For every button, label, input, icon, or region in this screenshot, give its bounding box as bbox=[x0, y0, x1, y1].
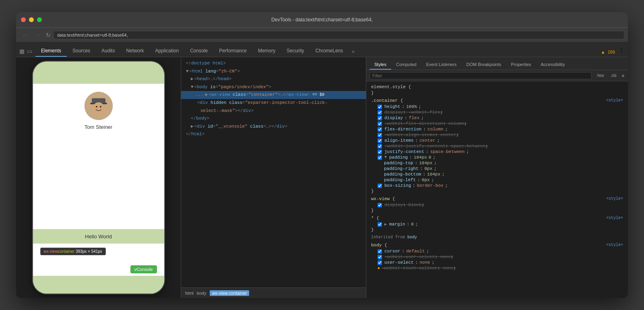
phone-hello-area: Hello World bbox=[33, 229, 164, 244]
html-line: </body> bbox=[181, 115, 366, 123]
css-selector-star: <style> * { bbox=[366, 215, 628, 221]
phone-top-bar bbox=[33, 62, 164, 84]
browser-bar: ← → ↻ bbox=[16, 27, 628, 42]
tab-performance[interactable]: Performance bbox=[213, 45, 252, 57]
maximize-button[interactable] bbox=[37, 17, 42, 22]
close-button[interactable] bbox=[21, 17, 26, 22]
styles-filter-bar: :hov .cls + bbox=[366, 70, 628, 81]
css-rule-wxview: <style> wx-view { display: block; } bbox=[366, 195, 628, 214]
tab-chromelens[interactable]: ChromeLens bbox=[310, 45, 349, 57]
phone-frame: Tom Steiner Hello World wx-viewcontainer… bbox=[32, 61, 165, 294]
html-line: </html> bbox=[181, 130, 366, 138]
tab-memory[interactable]: Memory bbox=[252, 45, 281, 57]
css-checkbox-justify-content[interactable] bbox=[378, 150, 382, 154]
html-line-selected[interactable]: ...▶<wx-view class="container">…</wx-vie… bbox=[181, 91, 366, 99]
size-tooltip-tag: wx-view bbox=[44, 249, 58, 254]
warning-icon: ▲ bbox=[601, 50, 605, 54]
css-prop-webkit-align: -webkit-align-items: center; bbox=[366, 132, 628, 138]
css-selector-wxview: <style> wx-view { bbox=[366, 196, 628, 202]
warning-icon-touch-callout: ▲ bbox=[378, 266, 380, 270]
add-rule-button[interactable]: + bbox=[621, 72, 625, 79]
refresh-button[interactable]: ↻ bbox=[46, 32, 51, 38]
devtools-window: DevTools - data:text/html;charset=utf-8;… bbox=[16, 12, 628, 298]
css-checkbox-box-sizing[interactable] bbox=[378, 184, 382, 188]
html-line[interactable]: ▶<head>…</head> bbox=[181, 75, 366, 83]
back-button[interactable]: ← bbox=[20, 31, 30, 39]
styles-filter-input[interactable] bbox=[369, 72, 592, 79]
vconsole-button[interactable]: vConsole bbox=[130, 265, 157, 273]
css-checkbox-align-items[interactable] bbox=[378, 138, 382, 143]
css-selector-body: <style> body { bbox=[366, 242, 628, 248]
padding-expand-arrow[interactable]: ▼ bbox=[384, 155, 387, 159]
hov-button[interactable]: :hov bbox=[595, 73, 606, 78]
css-checkbox-webkit-align[interactable] bbox=[378, 133, 382, 137]
css-checkbox-webkit-user-select[interactable] bbox=[378, 255, 382, 259]
css-checkbox-user-select[interactable] bbox=[378, 260, 382, 265]
tab-computed[interactable]: Computed bbox=[391, 60, 421, 70]
html-line[interactable]: ▼<html lang="zh-CN"> bbox=[181, 68, 366, 76]
css-prop-box-sizing: box-sizing: border-box; bbox=[366, 183, 628, 188]
tab-console[interactable]: Console bbox=[184, 45, 213, 57]
avatar bbox=[85, 92, 113, 120]
svg-point-4 bbox=[96, 106, 97, 107]
warning-badge: ▲ 166 bbox=[601, 50, 615, 57]
css-prop-display-webkit: display: -webkit-flex; bbox=[366, 110, 628, 115]
inherited-from-element[interactable]: body bbox=[407, 235, 417, 240]
html-line[interactable]: <div hidden class="exparser-inspector-to… bbox=[181, 99, 366, 107]
tab-properties[interactable]: Properties bbox=[506, 60, 536, 70]
more-tabs-button[interactable]: » bbox=[349, 46, 358, 57]
tab-audits[interactable]: Audits bbox=[96, 45, 120, 57]
html-line[interactable]: ▼<body is="pages/index/index"> bbox=[181, 83, 366, 91]
css-checkbox-webkit-justify[interactable] bbox=[378, 144, 382, 149]
tab-sources[interactable]: Sources bbox=[67, 45, 96, 57]
css-prop-padding-bottom: padding-bottom: 104px; bbox=[366, 172, 628, 177]
css-checkbox-cursor[interactable] bbox=[378, 249, 382, 254]
tab-dom-breakpoints[interactable]: DOM Breakpoints bbox=[462, 60, 506, 70]
css-rule-element-style: element.style { } bbox=[366, 83, 628, 97]
main-content: Tom Steiner Hello World wx-viewcontainer… bbox=[16, 57, 628, 298]
css-rule-body: <style> body { cursor: default; -webkit-… bbox=[366, 241, 628, 272]
elements-content: <!doctype html> ▼<html lang="zh-CN"> ▶<h… bbox=[181, 57, 366, 287]
breadcrumb-body[interactable]: body bbox=[197, 291, 206, 296]
css-prop-flex-dir: flex-direction: column; bbox=[366, 126, 628, 132]
styles-panel: Styles Computed Event Listeners DOM Brea… bbox=[366, 57, 628, 298]
css-checkbox-display-webkit[interactable] bbox=[378, 110, 382, 115]
css-selector: element.style { bbox=[366, 84, 628, 90]
tab-security[interactable]: Security bbox=[281, 45, 310, 57]
settings-icon[interactable]: ⋮ bbox=[618, 47, 625, 57]
tab-elements[interactable]: Elements bbox=[35, 45, 67, 57]
svg-point-5 bbox=[100, 106, 101, 107]
phone-screen: Tom Steiner Hello World wx-viewcontainer… bbox=[33, 62, 164, 293]
tab-network[interactable]: Network bbox=[120, 45, 149, 57]
cls-button[interactable]: .cls bbox=[609, 73, 618, 78]
css-checkbox-height[interactable] bbox=[378, 105, 382, 109]
tab-styles[interactable]: Styles bbox=[369, 60, 391, 70]
phone-bottom-bar: vConsole bbox=[33, 276, 164, 293]
css-checkbox-margin[interactable] bbox=[378, 222, 382, 227]
css-prop-align-items: align-items: center; bbox=[366, 138, 628, 143]
css-prop-wxview-display: display: block; bbox=[366, 202, 628, 208]
url-input[interactable] bbox=[54, 31, 624, 39]
css-checkbox-display[interactable] bbox=[378, 116, 382, 120]
tab-accessibility[interactable]: Accessibility bbox=[536, 60, 570, 70]
devtools-inspector-icon[interactable]: ▦ bbox=[19, 48, 27, 57]
css-rule-star: <style> * { ▶margin: 0; } bbox=[366, 214, 628, 234]
tab-event-listeners[interactable]: Event Listeners bbox=[421, 60, 462, 70]
styles-content: element.style { } <style> .container { h… bbox=[366, 81, 628, 298]
css-prop-padding-left: padding-left: 0px; bbox=[366, 177, 628, 183]
devtools-mobile-icon[interactable]: ▭ bbox=[27, 48, 35, 57]
breadcrumb-container[interactable]: wx-view.container bbox=[210, 290, 250, 296]
css-checkbox-flex-dir[interactable] bbox=[378, 127, 382, 132]
minimize-button[interactable] bbox=[29, 17, 34, 22]
css-checkbox-webkit-flex-dir[interactable] bbox=[378, 122, 382, 126]
forward-button[interactable]: → bbox=[33, 31, 43, 39]
tab-application[interactable]: Application bbox=[149, 45, 184, 57]
css-checkbox-padding[interactable] bbox=[378, 155, 382, 160]
breadcrumb-bar: html body wx-view.container bbox=[181, 287, 366, 298]
html-line[interactable]: ▶<div id="__vconsole" class=…></div> bbox=[181, 123, 366, 131]
breadcrumb-html[interactable]: html bbox=[185, 291, 194, 296]
size-tooltip-dimensions: 393px × 541px bbox=[76, 249, 102, 254]
css-prop-padding-top: padding-top: 104px; bbox=[366, 160, 628, 166]
css-checkbox-wxview-display[interactable] bbox=[378, 203, 382, 207]
margin-expand-arrow[interactable]: ▶ bbox=[384, 222, 387, 227]
